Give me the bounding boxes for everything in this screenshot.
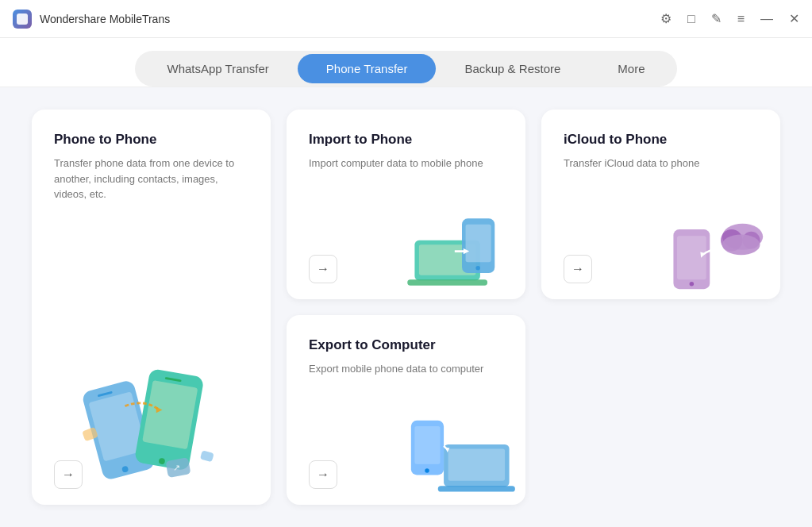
card-export-arrow[interactable]: →	[309, 460, 337, 489]
svg-point-22	[690, 282, 695, 287]
svg-rect-32	[448, 449, 506, 481]
cards-grid: Phone to Phone Transfer phone data from …	[32, 110, 780, 505]
edit-icon[interactable]: ✎	[711, 11, 722, 26]
svg-rect-29	[414, 426, 440, 464]
card-export-to-computer[interactable]: Export to Computer Export mobile phone d…	[287, 315, 525, 505]
svg-rect-17	[466, 225, 491, 263]
import-illustration	[406, 204, 518, 291]
svg-text:↗: ↗	[172, 463, 179, 472]
app-icon	[13, 10, 32, 29]
card-import-to-phone[interactable]: Import to Phone Import computer data to …	[287, 110, 525, 299]
tab-more[interactable]: More	[589, 54, 673, 83]
card-icloud-to-phone[interactable]: iCloud to Phone Transfer iCloud data to …	[541, 110, 780, 299]
card-import-arrow[interactable]: →	[309, 255, 337, 283]
icloud-illustration	[669, 204, 772, 291]
svg-point-30	[425, 468, 429, 473]
square-icon[interactable]: □	[687, 12, 695, 26]
person-icon[interactable]: ⚙	[660, 11, 672, 26]
card-export-title: Export to Computer	[309, 337, 503, 353]
close-icon[interactable]: ✕	[789, 11, 799, 26]
card-phone-to-phone[interactable]: Phone to Phone Transfer phone data from …	[32, 110, 271, 505]
card-phone-to-phone-title: Phone to Phone	[54, 132, 248, 148]
export-illustration	[406, 410, 518, 497]
svg-rect-10	[199, 450, 214, 462]
card-import-title: Import to Phone	[309, 132, 503, 148]
svg-point-26	[722, 235, 760, 256]
svg-point-18	[475, 266, 480, 271]
title-bar-left: Wondershare MobileTrans	[13, 10, 170, 29]
card-icloud-title: iCloud to Phone	[564, 132, 758, 148]
nav-tabs: WhatsApp Transfer Phone Transfer Backup …	[135, 51, 676, 87]
svg-rect-15	[407, 279, 487, 285]
minimize-icon[interactable]: —	[760, 12, 773, 26]
main-content: Phone to Phone Transfer phone data from …	[0, 87, 812, 527]
title-bar-controls: ⚙ □ ✎ ≡ — ✕	[660, 11, 799, 26]
tab-backup[interactable]: Backup & Restore	[436, 54, 589, 83]
tab-phone[interactable]: Phone Transfer	[298, 54, 437, 83]
nav-area: WhatsApp Transfer Phone Transfer Backup …	[0, 38, 812, 87]
tab-whatsapp[interactable]: WhatsApp Transfer	[138, 54, 297, 83]
title-bar: Wondershare MobileTrans ⚙ □ ✎ ≡ — ✕	[0, 0, 812, 38]
svg-rect-21	[677, 236, 706, 279]
svg-rect-33	[438, 486, 515, 491]
card-icloud-arrow[interactable]: →	[564, 255, 592, 283]
phone-to-phone-illustration: ↗	[64, 330, 239, 505]
menu-icon[interactable]: ≡	[737, 12, 745, 26]
app-title: Wondershare MobileTrans	[40, 13, 170, 25]
